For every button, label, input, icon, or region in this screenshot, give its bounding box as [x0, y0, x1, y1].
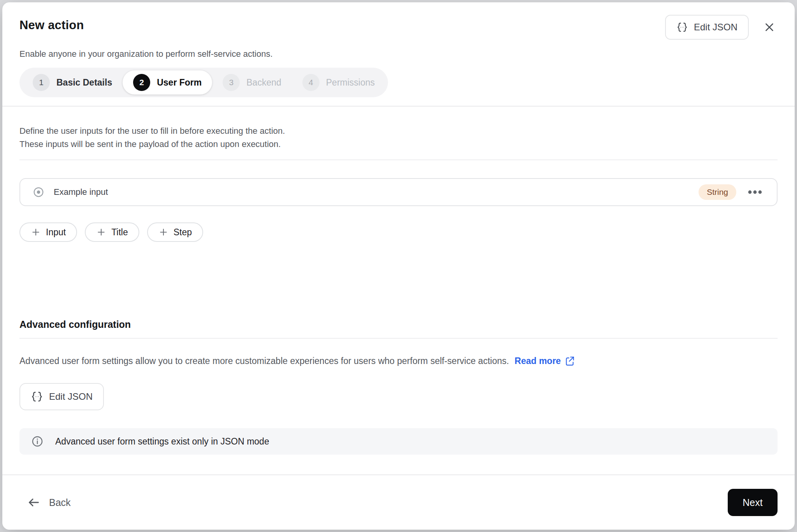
step-user-form[interactable]: 2 User Form: [123, 70, 212, 94]
ellipsis-icon: [747, 189, 763, 195]
step-number: 4: [302, 74, 320, 91]
add-buttons-row: Input Title Step: [19, 222, 778, 242]
step-number: 1: [33, 74, 50, 91]
step-backend[interactable]: 3 Backend: [212, 70, 292, 94]
next-button[interactable]: Next: [728, 489, 778, 516]
step-permissions[interactable]: 4 Permissions: [292, 70, 385, 94]
plus-icon: [96, 227, 106, 237]
back-button[interactable]: Back: [25, 495, 73, 509]
add-step-label: Step: [174, 227, 192, 238]
advanced-config-heading: Advanced configuration: [19, 319, 778, 330]
read-more-link[interactable]: Read more: [514, 354, 575, 368]
input-row-label: Example input: [54, 187, 689, 197]
advanced-description-text: Advanced user form settings allow you to…: [19, 356, 509, 366]
input-type-badge: String: [699, 184, 736, 200]
braces-ellipsis-icon: [31, 390, 43, 403]
form-description: Define the user inputs for the user to f…: [19, 124, 778, 151]
read-more-label: Read more: [514, 354, 561, 368]
edit-json-advanced-button[interactable]: Edit JSON: [19, 383, 104, 410]
input-row-menu-button[interactable]: [746, 187, 764, 197]
step-number: 3: [223, 74, 240, 91]
step-label: Backend: [246, 77, 281, 88]
form-description-line1: Define the user inputs for the user to f…: [19, 124, 778, 138]
advanced-divider: [19, 338, 778, 339]
edit-json-header-button[interactable]: Edit JSON: [665, 15, 749, 40]
plus-icon: [158, 227, 169, 237]
add-title-label: Title: [111, 227, 128, 238]
step-label: Basic Details: [56, 77, 112, 88]
arrow-left-icon: [27, 496, 40, 509]
add-title-button[interactable]: Title: [85, 222, 139, 242]
radio-icon: [33, 186, 44, 198]
user-input-row[interactable]: Example input String: [19, 178, 778, 206]
add-step-button[interactable]: Step: [147, 222, 203, 242]
back-label: Back: [49, 497, 71, 508]
step-label: User Form: [157, 77, 202, 88]
form-description-line2: These inputs will be sent in the payload…: [19, 138, 778, 151]
close-icon: [763, 21, 776, 34]
modal-body: Define the user inputs for the user to f…: [2, 107, 795, 474]
modal-footer: Back Next: [2, 475, 795, 530]
json-mode-info-banner: Advanced user form settings exist only i…: [19, 428, 778, 455]
step-number: 2: [133, 74, 150, 91]
add-input-label: Input: [46, 227, 66, 238]
edit-json-advanced-label: Edit JSON: [49, 391, 93, 402]
section-divider: [19, 159, 778, 160]
wizard-stepper: 1 Basic Details 2 User Form 3 Backend 4 …: [19, 68, 388, 97]
braces-ellipsis-icon: [676, 21, 688, 33]
close-button[interactable]: [760, 18, 779, 37]
external-link-icon: [565, 356, 575, 366]
modal-header: New action Edit JSON: [2, 2, 795, 97]
add-input-button[interactable]: Input: [19, 222, 77, 242]
advanced-description: Advanced user form settings allow you to…: [19, 354, 778, 368]
plus-icon: [31, 227, 41, 237]
step-label: Permissions: [326, 77, 375, 88]
page-title: New action: [19, 18, 84, 32]
edit-json-label: Edit JSON: [694, 22, 737, 33]
info-circle-icon: [31, 435, 44, 448]
new-action-modal: New action Edit JSON: [2, 2, 795, 530]
step-basic-details[interactable]: 1 Basic Details: [22, 70, 123, 94]
modal-subtitle: Enable anyone in your organization to pe…: [19, 49, 779, 59]
info-banner-text: Advanced user form settings exist only i…: [55, 436, 269, 447]
